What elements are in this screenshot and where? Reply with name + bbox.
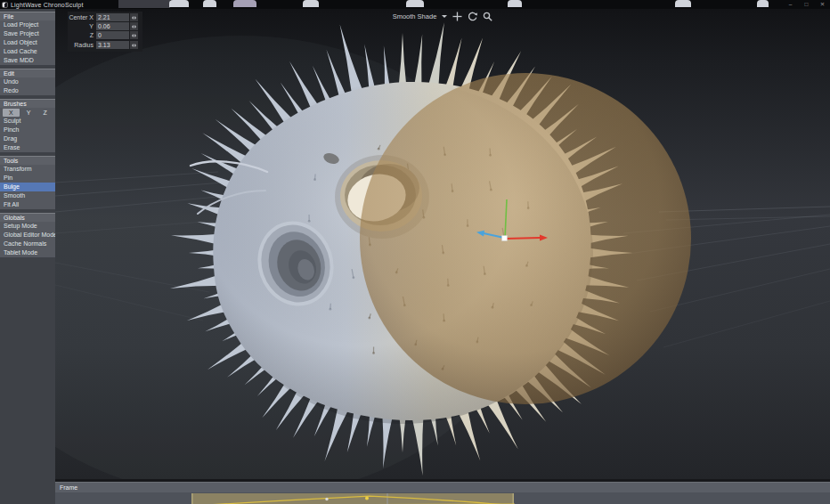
background-blob — [508, 0, 522, 7]
sidebar-item-smooth[interactable]: Smooth — [0, 191, 55, 200]
sidebar-item-fit-all[interactable]: Fit All — [0, 200, 55, 209]
window-title: LightWave ChronoSculpt — [11, 2, 84, 8]
app-window: LightWave ChronoSculpt – □ ✕ File Load P… — [0, 0, 830, 504]
sidebar-item-load-cache[interactable]: Load Cache — [0, 47, 55, 56]
close-button[interactable]: ✕ — [818, 1, 826, 8]
keyframe-point-selected[interactable] — [365, 497, 369, 500]
background-blob — [675, 0, 691, 7]
axis-button-row: X Y Z — [0, 108, 55, 117]
sidebar-item-load-project[interactable]: Load Project — [0, 20, 55, 29]
minimize-button[interactable]: – — [786, 1, 794, 8]
field-row-center-y: Y 0.06 — [68, 22, 141, 30]
window-controls: – □ ✕ — [786, 0, 826, 9]
sidebar-item-save-project[interactable]: Save Project — [0, 29, 55, 38]
background-blob — [757, 0, 769, 7]
background-blob — [169, 0, 189, 7]
field-label: Y — [68, 23, 96, 29]
axis-button-z[interactable]: Z — [37, 109, 53, 117]
sidebar-section-tools: Tools Transform Pin Bulge Smooth Fit All — [0, 156, 55, 209]
sidebar-item-drag[interactable]: Drag — [0, 134, 55, 143]
axis-button-y[interactable]: Y — [20, 109, 37, 117]
center-y-stepper[interactable] — [130, 22, 138, 30]
shade-mode-dropdown[interactable]: Smooth Shade — [393, 12, 437, 20]
sidebar-section-globals: Globals Setup Mode Global Editor Mode Ca… — [0, 213, 55, 257]
sidebar-section-edit: Edit Undo Redo — [0, 69, 55, 95]
sidebar-item-transform[interactable]: Transform — [0, 165, 55, 174]
sidebar-item-cache-normals[interactable]: Cache Normals — [0, 240, 55, 248]
center-y-input[interactable]: 0.06 — [96, 22, 129, 30]
center-z-stepper[interactable] — [130, 31, 138, 39]
field-label: Radius — [68, 42, 96, 48]
timeline-track[interactable] — [55, 492, 830, 504]
viewport-toolbar: Smooth Shade — [55, 12, 830, 21]
field-row-center-z: Z 0 — [68, 31, 141, 39]
sidebar-section-brushes: Brushes X Y Z Sculpt Pinch Drag Erase — [0, 99, 55, 152]
keyframe-point[interactable] — [325, 498, 328, 500]
sidebar-item-tablet-mode[interactable]: Tablet Mode — [0, 248, 55, 257]
section-header-edit: Edit — [0, 69, 55, 77]
sidebar-item-global-editor-mode[interactable]: Global Editor Mode — [0, 231, 55, 240]
sidebar-item-bulge[interactable]: Bulge — [0, 183, 55, 191]
radius-stepper[interactable] — [130, 41, 138, 49]
magnify-icon[interactable] — [483, 12, 492, 21]
maximize-button[interactable]: □ — [802, 1, 810, 8]
background-blob — [233, 0, 256, 7]
background-blob — [303, 0, 319, 7]
sidebar: File Load Project Save Project Load Obje… — [0, 9, 55, 504]
sidebar-item-sculpt[interactable]: Sculpt — [0, 117, 55, 126]
sidebar-item-save-mdd[interactable]: Save MDD — [0, 56, 55, 65]
title-bar: LightWave ChronoSculpt – □ ✕ — [0, 0, 830, 9]
section-header-globals: Globals — [0, 213, 55, 222]
frame-bar: Frame — [55, 482, 830, 492]
section-header-file: File — [0, 12, 55, 20]
center-z-input[interactable]: 0 — [96, 31, 129, 39]
sidebar-item-redo[interactable]: Redo — [0, 86, 55, 95]
sidebar-section-file: File Load Project Save Project Load Obje… — [0, 12, 55, 65]
sidebar-item-setup-mode[interactable]: Setup Mode — [0, 222, 55, 231]
background-window-streak — [118, 0, 170, 8]
envelope-right-edge[interactable] — [513, 493, 515, 504]
sidebar-item-pin[interactable]: Pin — [0, 174, 55, 183]
gizmo-x-axis-handle[interactable] — [505, 238, 540, 239]
sidebar-item-erase[interactable]: Erase — [0, 143, 55, 152]
radius-input[interactable]: 3.13 — [96, 41, 129, 49]
chevron-down-icon[interactable] — [442, 15, 447, 20]
sidebar-item-load-object[interactable]: Load Object — [0, 38, 55, 47]
section-header-brushes: Brushes — [0, 99, 55, 108]
field-label: Z — [68, 32, 96, 38]
rotate-icon[interactable] — [468, 12, 477, 21]
viewport-canvas[interactable] — [55, 9, 830, 479]
sidebar-item-pinch[interactable]: Pinch — [0, 126, 55, 134]
app-icon — [2, 2, 8, 8]
field-row-radius: Radius 3.13 — [68, 41, 141, 49]
background-blob — [203, 0, 216, 7]
sidebar-item-undo[interactable]: Undo — [0, 77, 55, 86]
keyframe-envelope-region[interactable] — [191, 493, 514, 504]
section-header-tools: Tools — [0, 156, 55, 165]
gizmo-center-handle[interactable] — [502, 236, 508, 241]
pan-icon[interactable] — [452, 12, 462, 21]
background-blob — [406, 0, 424, 7]
frame-label: Frame — [60, 484, 77, 491]
viewport[interactable]: Center X 2.21 Y 0.06 Z 0 — [55, 9, 830, 479]
envelope-left-edge[interactable] — [191, 493, 193, 504]
axis-button-x[interactable]: X — [3, 109, 20, 117]
